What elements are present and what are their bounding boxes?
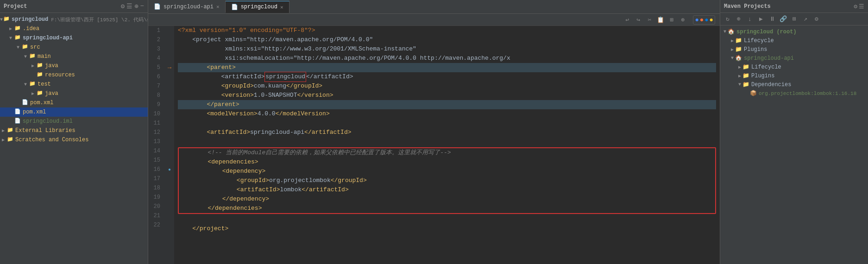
maven-item-icon: 📦 <box>750 90 757 97</box>
maven-config-icon[interactable]: ⚙ <box>812 14 821 24</box>
maven-item-label: Lifecycle <box>751 64 781 70</box>
gutter-cell-20 <box>165 202 174 211</box>
code-line-8: <version>1.0-SNAPSHOT</version> <box>178 91 716 100</box>
tree-item-scratches[interactable]: ▶📁Scratches and Consoles <box>0 135 148 145</box>
tree-arrow: ▶ <box>30 91 36 96</box>
browser-icons: ● ● ● ● <box>693 15 715 25</box>
maven-pause-icon[interactable]: ⏸ <box>767 14 777 24</box>
maven-item-label: springcloud (root) <box>736 29 797 35</box>
add-icon[interactable]: ⊕ <box>678 15 687 25</box>
file-icon: 📁 <box>29 81 36 88</box>
tree-item-test[interactable]: ▼📁test <box>0 80 148 89</box>
code-line-17: <groupId>org.projectlombok</groupId> <box>179 176 715 185</box>
grid-icon[interactable]: ⊞ <box>667 15 676 25</box>
tree-item-resources[interactable]: 📁resources <box>0 70 148 80</box>
line-number-13: 13 <box>148 137 162 146</box>
cut-icon[interactable]: ✂ <box>645 15 654 25</box>
tab-close-icon[interactable]: ✕ <box>216 4 220 10</box>
tree-item-springcloud-api[interactable]: ▼📁springcloud-api <box>0 33 148 43</box>
gutter-cell-12 <box>165 128 174 137</box>
code-line-20: </dependencies> <box>179 204 715 213</box>
maven-panel: Maven Projects ⚙ ☰ ↻ ⊕ ↓ ▶ ⏸ 🔗 ⊞ ↗ ⚙ ▼🏠s… <box>720 0 868 264</box>
tab-label: springcloud <box>241 4 277 10</box>
maven-item-icon: 📁 <box>742 63 749 70</box>
maven-download-icon[interactable]: ↓ <box>745 14 755 24</box>
code-line-22: </project> <box>178 224 716 233</box>
file-icon: 📁 <box>29 53 36 60</box>
tree-label: springcloud <box>12 16 48 23</box>
code-line-6: <artifactId>springcloud</artifactId> <box>178 72 716 82</box>
code-line-21 <box>178 215 716 224</box>
maven-link-icon[interactable]: 🔗 <box>779 14 788 24</box>
tree-item-src[interactable]: ▼📁src <box>0 43 148 52</box>
tree-arrow: ▶ <box>7 26 14 31</box>
line-number-5: 5 <box>148 63 162 72</box>
gutter-cell-9 <box>165 100 174 109</box>
tab-close-icon[interactable]: ✕ <box>280 4 283 10</box>
layout-icon[interactable]: ☰ <box>126 2 132 10</box>
maven-expand-icon[interactable]: ↗ <box>801 14 810 24</box>
file-icon: 📁 <box>36 90 44 97</box>
line-number-22: 22 <box>148 220 162 230</box>
code-line-1: <?xml version="1.0" encoding="UTF-8"?> <box>178 26 716 35</box>
tree-item-idea[interactable]: ▶📁.idea <box>0 24 148 33</box>
tree-item-ext-libs[interactable]: ▶📁External Libraries <box>0 126 148 135</box>
tree-item-main[interactable]: ▼📁main <box>0 52 148 61</box>
gutter-cell-6 <box>165 72 174 82</box>
maven-item-icon: 📁 <box>735 46 742 53</box>
maven-add-icon[interactable]: ⊕ <box>734 14 743 24</box>
collapse-icon[interactable]: − <box>140 2 144 10</box>
gear-icon[interactable]: ⚙ <box>121 2 125 10</box>
tree-label: java <box>45 63 58 69</box>
code-line-14: <!-- 当前的Module自己需要的依赖，如果父依赖中已经配置了版本。这里就不… <box>179 148 715 157</box>
code-area[interactable]: <?xml version="1.0" encoding="UTF-8"?> <… <box>174 26 720 264</box>
maven-item-lombok-dep[interactable]: 📦org.projectlombok:lombok:1.16.18 <box>720 89 868 98</box>
chrome-icon[interactable]: ● <box>695 16 698 24</box>
expand-icon[interactable]: ⊕ <box>134 2 138 10</box>
gutter-cell-16[interactable]: ● <box>165 165 174 174</box>
maven-grid-icon[interactable]: ⊞ <box>790 14 799 24</box>
tree-item-springcloud-root[interactable]: ▼📁springcloudF:\班级管理\西开 [19525] \2. 代码\s… <box>0 15 148 24</box>
gutter-cell-21 <box>165 211 174 220</box>
maven-item-lifecycle-api[interactable]: ▶📁Lifecycle <box>720 63 868 71</box>
line-number-2: 2 <box>148 35 162 44</box>
maven-item-icon: 📁 <box>742 72 749 79</box>
tab-tab-springcloud[interactable]: 📄springcloud✕ <box>226 1 289 13</box>
tree-arrow: ▼ <box>15 45 21 50</box>
ie-icon[interactable]: ● <box>704 16 708 24</box>
maven-item-lifecycle-root[interactable]: ▶📁Lifecycle <box>720 36 868 45</box>
maven-item-label: org.projectlombok:lombok:1.16.18 <box>759 91 856 96</box>
tree-item-pom-api[interactable]: 📄pom.xml <box>0 98 148 107</box>
tree-item-springcloud-iml[interactable]: 📄springcloud.iml <box>0 117 148 126</box>
maven-menu-icon[interactable]: ☰ <box>859 3 864 10</box>
line-number-1: 1 <box>148 26 162 35</box>
redo-icon[interactable]: ↪ <box>634 15 643 25</box>
safari-icon[interactable]: ● <box>710 16 713 24</box>
maven-item-deps-api[interactable]: ▼📁Dependencies <box>720 80 868 89</box>
code-line-11 <box>178 119 716 128</box>
maven-run-icon[interactable]: ▶ <box>756 14 766 24</box>
tab-tab-springcloud-api[interactable]: 📄springcloud-api✕ <box>148 1 226 13</box>
copy-icon[interactable]: 📋 <box>656 15 665 25</box>
firefox-icon[interactable]: ● <box>700 16 704 24</box>
gutter-cell-5[interactable]: → <box>165 63 174 72</box>
maven-settings-icon[interactable]: ⚙ <box>854 3 857 10</box>
tree-item-java2[interactable]: ▶📁java <box>0 89 148 98</box>
maven-item-plugins-api[interactable]: ▶📁Plugins <box>720 71 868 80</box>
line-number-4: 4 <box>148 54 162 63</box>
maven-arrow: ▼ <box>730 56 735 61</box>
undo-icon[interactable]: ↩ <box>623 15 632 25</box>
code-line-19: </dependency> <box>179 195 715 204</box>
tab-bar: 📄springcloud-api✕📄springcloud✕ <box>148 0 720 14</box>
tree-item-java[interactable]: ▶📁java <box>0 61 148 70</box>
maven-refresh-icon[interactable]: ↻ <box>723 14 732 24</box>
tree-item-pom-main[interactable]: 📄pom.xml <box>0 107 148 117</box>
maven-item-sub-springcloud-api[interactable]: ▼🏠springcloud-api <box>720 54 868 63</box>
file-icon: 📁 <box>36 71 44 79</box>
maven-arrow: ▼ <box>737 82 742 87</box>
maven-item-icon: 🏠 <box>735 55 742 62</box>
maven-item-root-springcloud[interactable]: ▼🏠springcloud (root) <box>720 27 868 36</box>
tree-arrow: ▶ <box>0 137 6 143</box>
maven-item-plugins-root[interactable]: ▶📁Plugins <box>720 45 868 54</box>
tree-label: springcloud.iml <box>23 118 73 125</box>
